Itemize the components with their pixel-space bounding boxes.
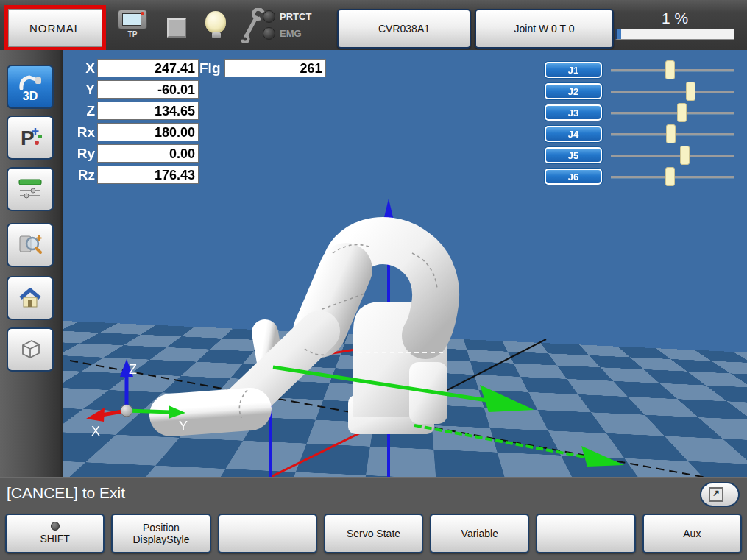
tp-screen-icon <box>122 13 141 26</box>
cube-icon <box>17 338 43 361</box>
3d-viewport[interactable]: X Y Z X247.41 Y-60.01 Z134.65 Rx180.00 R… <box>63 50 747 477</box>
status-bar: [CANCEL] to Exit ↗ <box>0 477 747 512</box>
lamp-icon[interactable] <box>205 11 227 38</box>
position-readout-panel: X247.41 Y-60.01 Z134.65 Rx180.00 Ry0.00 … <box>68 59 199 187</box>
figure-field: Fig 261 <box>199 59 326 77</box>
joint-button-j3[interactable]: J3 <box>545 104 602 121</box>
joint-button-j1[interactable]: J1 <box>545 62 602 78</box>
joint-slider-handle-j1[interactable] <box>665 60 675 79</box>
left-sidebar: 3D P <box>0 50 63 477</box>
coord-value-rx[interactable]: 180.00 <box>97 123 199 141</box>
checkerboard-floor <box>63 317 747 477</box>
prtct-led-icon <box>263 10 275 23</box>
sidebar-button-3d-view[interactable]: 3D <box>7 65 54 109</box>
speed-progress-fill <box>617 29 621 39</box>
sidebar-button-position[interactable]: P <box>7 116 54 160</box>
shortcut-button[interactable]: ↗ <box>700 482 740 507</box>
joint-button-j6[interactable]: J6 <box>545 169 602 185</box>
teach-pendant-screen: NORMAL TP PRTCT <box>0 0 747 560</box>
fkey-empty-2[interactable] <box>536 514 635 553</box>
coord-label-x: X <box>68 60 95 77</box>
home-icon <box>18 287 43 309</box>
position-point-icon: P <box>17 125 43 150</box>
function-key-bar: SHIFT Position DisplayStyle Servo State … <box>0 511 747 560</box>
joint-slider-j2[interactable] <box>611 83 734 99</box>
fkey-position-displaystyle[interactable]: Position DisplayStyle <box>111 514 210 553</box>
magnifier-document-icon <box>17 233 43 257</box>
sidebar-button-3d-cube[interactable] <box>7 327 54 372</box>
joint-slider-handle-j6[interactable] <box>665 167 675 186</box>
prtct-label: PRTCT <box>280 11 311 22</box>
svg-text:P: P <box>21 127 35 149</box>
fkey-shift-label: SHIFT <box>40 533 69 545</box>
joint-slider-j1[interactable] <box>611 62 734 78</box>
floor-tilt-wrapper <box>63 321 746 477</box>
robot-arm-icon <box>18 72 43 90</box>
sidebar-button-home[interactable] <box>7 276 54 320</box>
fkey-empty-1[interactable] <box>218 514 317 553</box>
adjust-sliders-icon <box>17 178 43 200</box>
joint-jog-panel: J1 J2 J3 J4 J5 J6 <box>545 62 734 190</box>
status-message: [CANCEL] to Exit <box>7 484 125 502</box>
joint-button-j5[interactable]: J5 <box>545 147 602 163</box>
teach-pendant-icon[interactable]: TP <box>116 10 149 38</box>
sidebar-button-settings-sliders[interactable] <box>7 167 54 211</box>
joint-slider-j4[interactable] <box>611 126 734 142</box>
joint-slider-handle-j3[interactable] <box>677 103 687 122</box>
coord-value-y[interactable]: -60.01 <box>97 80 199 99</box>
sidebar-3d-label: 3D <box>23 91 38 102</box>
emg-led-icon <box>263 27 275 40</box>
tp-icon-label: TP <box>116 30 149 38</box>
coord-label-ry: Ry <box>68 146 95 162</box>
shift-led-icon <box>51 522 60 531</box>
coord-value-rz[interactable]: 176.43 <box>97 166 199 184</box>
coord-label-rx: Rx <box>68 124 95 141</box>
program-name-button[interactable]: CVR038A1 <box>337 9 471 49</box>
tp-monitor-icon <box>118 10 147 29</box>
mode-button[interactable]: NORMAL <box>8 9 102 47</box>
z-axis-arrowhead <box>380 199 397 233</box>
joint-slider-j5[interactable] <box>611 147 734 163</box>
joint-slider-handle-j2[interactable] <box>686 82 695 101</box>
bulb-base-icon <box>212 32 221 38</box>
coord-value-z[interactable]: 134.65 <box>97 102 199 120</box>
coord-value-ry[interactable]: 0.00 <box>97 144 199 163</box>
mode-button-highlight-frame: NORMAL <box>4 5 106 51</box>
joint-slider-j6[interactable] <box>611 169 734 185</box>
sidebar-button-monitor-search[interactable] <box>7 223 54 267</box>
fkey-shift[interactable]: SHIFT <box>5 514 105 553</box>
shortcut-arrow-icon: ↗ <box>709 487 723 502</box>
joint-slider-handle-j5[interactable] <box>680 146 690 165</box>
top-toolbar: NORMAL TP PRTCT <box>0 0 747 51</box>
safety-led-group: PRTCT EMG <box>263 9 311 43</box>
tp-record-dot-icon <box>141 12 144 15</box>
coord-value-x[interactable]: 247.41 <box>97 59 199 77</box>
joint-slider-handle-j4[interactable] <box>666 124 676 143</box>
emg-label: EMG <box>280 28 302 39</box>
fig-value[interactable]: 261 <box>224 59 326 77</box>
joint-mode-button[interactable]: Joint W 0 T 0 <box>475 9 614 49</box>
speed-indicator: 1 % <box>615 10 734 40</box>
speed-percent-text: 1 % <box>615 10 734 27</box>
coord-label-rz: Rz <box>68 167 95 183</box>
bulb-glass-icon <box>205 11 226 33</box>
coord-label-z: Z <box>68 103 95 119</box>
fig-label: Fig <box>199 60 221 77</box>
speed-progress-bar <box>615 29 734 40</box>
fkey-variable[interactable]: Variable <box>430 514 529 553</box>
fkey-aux[interactable]: Aux <box>642 514 742 553</box>
joint-button-j4[interactable]: J4 <box>545 126 602 142</box>
coord-label-y: Y <box>68 82 95 98</box>
joint-button-j2[interactable]: J2 <box>545 83 602 99</box>
stop-icon[interactable] <box>167 18 186 38</box>
joint-slider-j3[interactable] <box>611 104 734 121</box>
fkey-servo-state[interactable]: Servo State <box>324 514 423 553</box>
wrench-icon[interactable] <box>237 8 266 43</box>
